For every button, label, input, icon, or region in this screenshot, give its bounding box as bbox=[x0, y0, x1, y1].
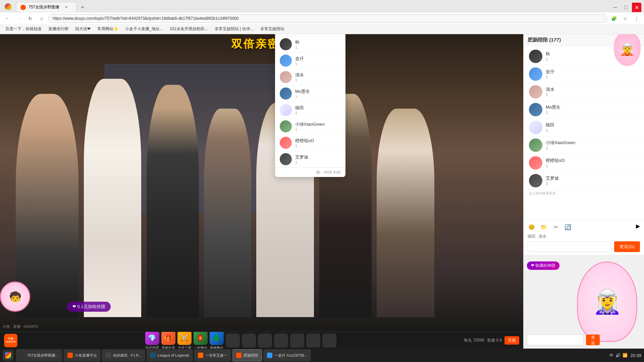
new-tab-button[interactable]: + bbox=[78, 3, 87, 12]
sidebar-fan-avatar-3 bbox=[529, 103, 542, 116]
taskbar-item-0[interactable]: 757女国乡野图播... bbox=[16, 349, 62, 361]
fan-popup-item-1: 盒仔1 bbox=[275, 53, 345, 69]
bookmark-baidu[interactable]: 百度一下，你就知道 bbox=[3, 25, 44, 33]
game-icon-7[interactable] bbox=[258, 334, 272, 348]
game-icon-8[interactable] bbox=[274, 334, 288, 348]
fan-popup-name-4: 猫田 bbox=[295, 105, 304, 111]
taskbar-icon-3 bbox=[198, 353, 203, 358]
sidebar-fan-avatar-2 bbox=[529, 85, 542, 99]
taskbar-volume-icon[interactable]: 🔊 bbox=[615, 353, 621, 358]
maximize-button[interactable]: □ bbox=[621, 3, 631, 12]
scissors-button[interactable]: ✂ bbox=[552, 223, 560, 231]
sidebar-fan-list: 秋 1 盒仔 1 清水 1 Mo墨 bbox=[524, 46, 644, 220]
forward-button[interactable]: → bbox=[14, 14, 23, 23]
sidebar-fan-item-4: 猫田 1 bbox=[524, 119, 644, 136]
chat-tag-miaotian: 猫田 bbox=[528, 234, 536, 239]
game-icon-dahua[interactable]: ⚔️ 大话三国 bbox=[177, 331, 192, 349]
sidebar-title: 肥肠陪陪 (177) bbox=[528, 37, 561, 43]
sidebar-fan-name-2: 清水 bbox=[546, 86, 639, 93]
tab-1-close[interactable]: ✕ bbox=[65, 5, 68, 9]
sidebar-fan-avatar-1 bbox=[529, 67, 542, 81]
fan-popup-avatar-4 bbox=[280, 104, 292, 116]
taskbar-right: 中 🔊 📶 20:39 bbox=[609, 353, 641, 358]
bookmark-box[interactable]: 小盒子小直播_地址... bbox=[122, 25, 166, 33]
taskbar-start-button[interactable] bbox=[3, 350, 13, 361]
taskbar-icon-0 bbox=[20, 353, 25, 358]
minimize-button[interactable]: ─ bbox=[610, 3, 620, 12]
taskbar-label-3: 一非常互娱一 bbox=[205, 353, 227, 358]
douyu-logo: 斗鱼DOUYU bbox=[4, 334, 17, 347]
game-icon-9[interactable] bbox=[290, 334, 304, 348]
join-fans-area: ❤ 收藏的神团 bbox=[527, 261, 559, 270]
bookmark-feichang[interactable]: 非常互娱陪玩 | 伙伴... bbox=[212, 25, 256, 33]
fan-popup-count-3: 1 bbox=[295, 95, 310, 99]
extensions-button[interactable]: 🧩 bbox=[609, 14, 619, 23]
douyu-logo-icon: 斗鱼DOUYU bbox=[4, 334, 17, 347]
bookmark-feichang2[interactable]: 非常互娱陪玩 bbox=[258, 25, 287, 33]
bottom-chat-input[interactable] bbox=[527, 335, 583, 345]
home-button[interactable]: ⌂ bbox=[37, 14, 46, 23]
chat-send-button[interactable]: 发送(G) bbox=[614, 241, 640, 252]
sidebar-fan-avatar-4 bbox=[529, 121, 542, 134]
menu-button[interactable]: ⋮ bbox=[632, 14, 641, 23]
game-icon-zhuangbei[interactable]: 🎁 装备礼包 bbox=[161, 331, 175, 349]
taskbar-item-5[interactable]: 一盒仔 Xxz(28706... bbox=[263, 349, 311, 361]
bookmark-common[interactable]: 常用网站⭐ bbox=[95, 25, 121, 33]
bottom-character-area: 🧝‍♀️ ❤ 收藏的神团 发送(G) bbox=[524, 255, 644, 349]
taskbar-item-3[interactable]: 一非常互娱一 bbox=[194, 349, 231, 361]
bookmark-live[interactable]: 直播排行榜 bbox=[46, 25, 71, 33]
sidebar-fan-count-2: 1 bbox=[546, 93, 639, 97]
sidebar-fan-count-3: 1 bbox=[546, 110, 639, 115]
fish-coins: 鱼丸 70595 bbox=[464, 338, 484, 343]
game-icon-6[interactable] bbox=[242, 334, 256, 348]
tab-1[interactable]: 757女国乡野图播 ✕ bbox=[16, 2, 76, 12]
fan-popup-item-0: 秋1 bbox=[275, 36, 345, 53]
game-icon-dahua-label: 大话三国 bbox=[178, 346, 191, 349]
bookmark-button[interactable]: ☆ bbox=[621, 14, 630, 23]
folder-button[interactable]: 📁 bbox=[540, 223, 548, 231]
browser-icon bbox=[3, 1, 13, 12]
chat-input[interactable] bbox=[528, 241, 611, 252]
taskbar-item-lol[interactable]: League of Legends bbox=[147, 349, 193, 361]
fan-popup-name-6: 橙橙哒oO bbox=[295, 138, 314, 144]
back-button[interactable]: ← bbox=[3, 14, 12, 23]
sidebar-header: 肥肠陪陪 (177) 🧝 bbox=[524, 34, 644, 46]
sidebar-fan-avatar-0 bbox=[529, 50, 542, 63]
bookmark-reply[interactable]: 回大信❤ bbox=[72, 25, 93, 33]
fan-popup-item-5: 小绿XiaoGreen1 bbox=[275, 118, 345, 135]
taskbar-label-5: 一盒仔 Xxz(28706... bbox=[274, 353, 307, 358]
taskbar-item-4[interactable]: 肥肠陪陪 bbox=[232, 349, 262, 361]
fan-banner[interactable]: ❤ 0.1元加粉丝团 bbox=[67, 302, 111, 312]
join-fans-button[interactable]: ❤ 收藏的神团 bbox=[527, 261, 559, 270]
bookmark-101[interactable]: 101水友开黑挂机听... bbox=[167, 25, 211, 33]
fan-popup-count-7: 1 bbox=[295, 160, 308, 164]
game-icon-11[interactable] bbox=[322, 334, 336, 348]
address-bar[interactable]: https://www.douyu.com/topic/757hwtb?rid=… bbox=[48, 14, 607, 23]
sidebar-fan-avatar-7 bbox=[529, 174, 542, 187]
nav-bar: ← → ↻ ⌂ https://www.douyu.com/topic/757h… bbox=[0, 12, 644, 24]
fan-popup-avatar-6 bbox=[280, 137, 292, 149]
video-player[interactable]: 斗鱼 · 直播 · 6442973 ❤ 0.1元加粉丝团 🧒 bbox=[0, 34, 523, 332]
refresh-chat-button[interactable]: 🔄 bbox=[564, 223, 572, 231]
fan-popup-count-0: 1 bbox=[295, 45, 300, 49]
taskbar-network-icon[interactable]: 📶 bbox=[623, 353, 628, 358]
sidebar-fan-item-3: Mo墨生 1 bbox=[524, 101, 644, 119]
game-icon-senlin[interactable]: 🌲 森林舞会 bbox=[210, 331, 224, 349]
game-icon-10[interactable] bbox=[306, 334, 320, 348]
close-window-button[interactable]: ✕ bbox=[632, 3, 641, 12]
url-text: https://www.douyu.com/topic/757hwtb?rid=… bbox=[53, 16, 238, 21]
game-icon-zuanshi[interactable]: 💎 钻石扭蛋 bbox=[145, 331, 159, 349]
game-icon-5[interactable] bbox=[226, 334, 240, 348]
game-icons-bar: 💎 钻石扭蛋 🎁 装备礼包 ⚔️ 大话三国 🏮 一起修仙 🌲 森林舞 bbox=[20, 331, 461, 349]
refresh-button[interactable]: ↻ bbox=[25, 14, 35, 23]
taskbar-item-1[interactable]: 斗鱼直播平台 bbox=[64, 349, 101, 361]
sidebar-scroll-right[interactable]: ▶ bbox=[636, 223, 640, 231]
taskbar-lang-icon: 中 bbox=[609, 353, 613, 358]
emoji-button[interactable]: 😊 bbox=[528, 223, 536, 231]
taskbar-icon-5 bbox=[267, 353, 272, 358]
fan-popup-avatar-5 bbox=[280, 120, 292, 132]
recharge-button[interactable]: 充值 bbox=[504, 336, 519, 345]
bottom-send-button[interactable]: 发送(G) bbox=[586, 335, 600, 345]
game-icon-xiuxian[interactable]: 🏮 一起修仙 bbox=[194, 331, 208, 349]
taskbar-item-2[interactable]: 你的微笑 - F.I.R... bbox=[102, 349, 146, 361]
